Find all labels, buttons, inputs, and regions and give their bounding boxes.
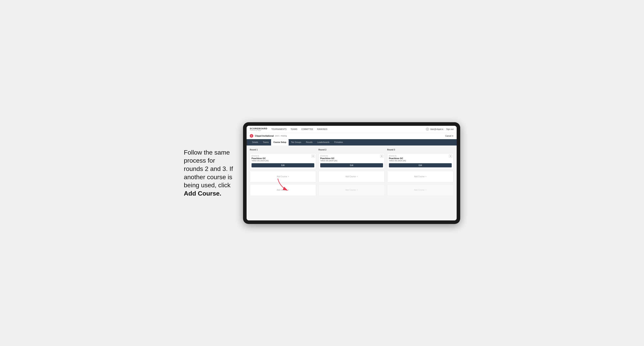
tab-bar: Details Teams Course Setup Tee Groups Re… <box>246 139 457 146</box>
round-3-add-course-1[interactable]: Add Course + <box>387 171 454 182</box>
logo-scoreboard: SCOREBOARD <box>250 127 267 130</box>
round-3-course-card: ✕ (Course A) Peachtree GC Yellow (M) (66… <box>387 153 454 169</box>
nav-divider: | <box>444 128 445 130</box>
clippd-logo: C <box>250 134 253 138</box>
round-2-course-card: ✕ (Course A) Peachtree GC Yellow (M) (66… <box>318 153 385 169</box>
round-2-add-text-1: Add Course + <box>346 175 358 178</box>
user-avatar <box>426 127 429 131</box>
nav-teams[interactable]: TEAMS <box>290 128 297 130</box>
tab-results[interactable]: Results <box>304 139 315 146</box>
round-2-label: Round 2 <box>318 149 385 151</box>
tab-teams[interactable]: Teams <box>260 139 271 146</box>
add-course-bold: Add Course. <box>184 190 221 197</box>
round-3-add-course-2: Add Course + <box>387 184 454 196</box>
user-email: blair@clippd.io <box>430 128 444 130</box>
cancel-button[interactable]: Cancel ✕ <box>445 135 454 137</box>
round-2-course-name: Peachtree GC <box>320 157 383 160</box>
round-3-delete-button[interactable]: ✕ <box>449 155 452 158</box>
round-2-course-details: Yellow (M) (6629 yds) <box>320 160 383 162</box>
nav-tournaments[interactable]: TOURNAMENTS <box>271 128 286 130</box>
round-3-column: Round 3 ✕ (Course A) Peachtree GC Yellow… <box>387 149 454 196</box>
round-2-course-label: (Course A) <box>320 155 383 157</box>
round-2-delete-button[interactable]: ✕ <box>380 155 384 158</box>
round-1-label: Round 1 <box>250 149 316 151</box>
round-3-course-details: Yellow (M) (6629 yds) <box>389 160 452 162</box>
round-1-add-text-1: Add Course + <box>277 175 289 178</box>
nav-rankings[interactable]: RANKINGS <box>317 128 327 130</box>
sub-header: C Clippd Invitational (Men) Hosting Canc… <box>246 133 457 139</box>
round-1-delete-button[interactable]: ✕ <box>312 155 315 158</box>
round-3-course-label: (Course A) <box>389 155 452 157</box>
men-badge: (Men) <box>275 135 280 137</box>
round-3-label: Round 3 <box>387 149 454 151</box>
tournament-name: Clippd Invitational <box>255 135 274 137</box>
logo-area: SCOREBOARD Powered by clippd <box>250 127 267 131</box>
round-3-add-text-1: Add Course + <box>414 175 427 178</box>
tab-leaderboards[interactable]: Leaderboards <box>315 139 332 146</box>
tab-course-setup[interactable]: Course Setup <box>271 139 289 146</box>
round-2-add-course-2: Add Course + <box>318 184 385 196</box>
rounds-grid: Round 1 ✕ (Course A) Peachtree GC Yellow… <box>250 149 454 196</box>
sign-out-link[interactable]: Sign out <box>446 128 454 130</box>
round-1-add-course-2[interactable]: Add Course + <box>250 184 316 196</box>
nav-links: TOURNAMENTS TEAMS COMMITTEE RANKINGS <box>271 128 426 130</box>
round-2-column: Round 2 ✕ (Course A) Peachtree GC Yellow… <box>318 149 385 196</box>
tablet-frame: SCOREBOARD Powered by clippd TOURNAMENTS… <box>243 122 460 224</box>
instruction-text: Follow the same process for rounds 2 and… <box>184 149 235 198</box>
tablet-inner: SCOREBOARD Powered by clippd TOURNAMENTS… <box>246 126 457 220</box>
round-1-add-course-1[interactable]: Add Course + <box>250 171 316 182</box>
round-1-course-details: Yellow (M) (6629 yds) <box>252 160 314 162</box>
round-1-course-name: Peachtree GC <box>252 157 314 160</box>
round-2-add-course-1[interactable]: Add Course + <box>318 171 385 182</box>
nav-right: blair@clippd.io | Sign out <box>426 127 454 131</box>
round-2-add-text-2: Add Course + <box>346 189 358 191</box>
round-3-edit-button[interactable]: Edit <box>389 163 452 167</box>
round-1-edit-button[interactable]: Edit <box>252 163 314 167</box>
nav-committee[interactable]: COMMITTEE <box>301 128 313 130</box>
hosting-badge: Hosting <box>281 135 287 137</box>
top-nav: SCOREBOARD Powered by clippd TOURNAMENTS… <box>246 126 457 133</box>
round-1-course-label: (Course A) <box>252 155 314 157</box>
page-wrapper: Follow the same process for rounds 2 and… <box>184 122 460 224</box>
main-content: Round 1 ✕ (Course A) Peachtree GC Yellow… <box>246 146 457 220</box>
round-2-edit-button[interactable]: Edit <box>320 163 383 167</box>
round-1-course-card: ✕ (Course A) Peachtree GC Yellow (M) (66… <box>250 153 316 169</box>
round-1-column: Round 1 ✕ (Course A) Peachtree GC Yellow… <box>250 149 316 196</box>
round-3-course-name: Peachtree GC <box>389 157 452 160</box>
round-1-add-text-2: Add Course + <box>277 189 289 191</box>
tab-printables[interactable]: Printables <box>332 139 345 146</box>
tab-tee-groups[interactable]: Tee Groups <box>289 139 304 146</box>
round-3-add-text-2: Add Course + <box>414 189 427 191</box>
logo-sub: Powered by clippd <box>250 130 267 131</box>
tab-details[interactable]: Details <box>250 139 260 146</box>
